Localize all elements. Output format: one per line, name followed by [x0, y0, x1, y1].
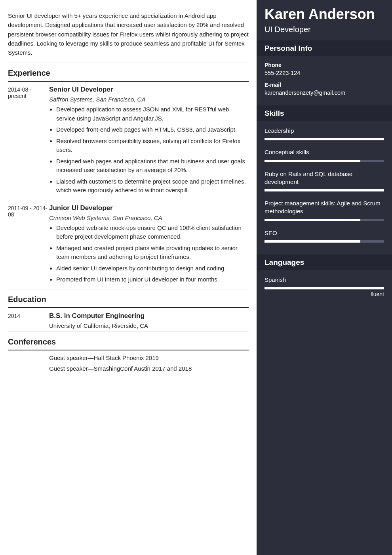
- bullet: Aided senior UI developers by contributi…: [56, 264, 249, 273]
- bullet: Developed web-site mock-ups ensure QC an…: [56, 224, 249, 241]
- language-name: Spanish: [265, 276, 384, 284]
- bullet: Developed front-end web pages with HTML5…: [56, 125, 249, 134]
- phone-value: 555-2223-124: [265, 70, 384, 76]
- personal-info-block: Phone 555-2223-124 E-mail karenandersonz…: [257, 56, 392, 105]
- skill-fill: [265, 189, 384, 191]
- education-entry: 2014 B.S. in Computer Engineering Univer…: [8, 308, 249, 332]
- sidebar-heading-personal-info: Personal Info: [257, 40, 392, 56]
- entry-company: Saffron Systems, San Francisco, CA: [49, 96, 249, 103]
- entry-role: Senior UI Developer: [49, 86, 249, 94]
- skill-bar: [265, 138, 384, 140]
- email-label: E-mail: [265, 82, 384, 88]
- experience-entry: 2011-09 - 2014-08 Junior UI Developer Cr…: [8, 200, 249, 289]
- languages-block: Spanish fluent: [257, 270, 392, 301]
- skill-bar: [265, 240, 384, 243]
- entry-school: University of California, Riverside, CA: [49, 322, 249, 329]
- skill-name: Leadership: [265, 127, 384, 135]
- email-value: karenandersonzety@gmail.com: [265, 90, 384, 96]
- entry-body: Senior UI Developer Saffron Systems, San…: [49, 86, 249, 197]
- entry-date: 2014: [8, 312, 49, 329]
- section-heading-education: Education: [8, 289, 249, 308]
- skill-bar: [265, 189, 384, 191]
- bullet: Developed application to assess JSON and…: [56, 105, 249, 123]
- language-fill: [265, 287, 384, 289]
- skill-fill: [265, 219, 360, 221]
- entry-role: Junior UI Developer: [49, 204, 249, 212]
- conference-item: Guest speaker—SmashingConf Austin 2017 a…: [8, 365, 249, 372]
- phone-label: Phone: [265, 62, 384, 68]
- skill-bar: [265, 219, 384, 221]
- bullet: Resolved browsers compatibility issues, …: [56, 137, 249, 155]
- person-name: Karen Anderson: [265, 6, 384, 23]
- section-heading-conferences: Conferences: [8, 332, 249, 350]
- entry-bullets: Developed application to assess JSON and…: [49, 105, 249, 195]
- conference-item: Guest speaker—Half Stack Phoenix 2019: [8, 354, 249, 361]
- skill-fill: [265, 138, 384, 140]
- experience-entry: 2014-08 - present Senior UI Developer Sa…: [8, 82, 249, 200]
- entry-bullets: Developed web-site mock-ups ensure QC an…: [49, 224, 249, 284]
- skill-fill: [265, 160, 360, 162]
- sidebar-heading-skills: Skills: [257, 105, 392, 121]
- skill-fill: [265, 240, 360, 243]
- skill-name: Ruby on Rails and SQL database developme…: [265, 170, 384, 186]
- name-block: Karen Anderson UI Developer: [257, 0, 392, 40]
- bullet: Managed and created project plans while …: [56, 244, 249, 262]
- bullet: Promoted from UI Intern to junior UI dev…: [56, 275, 249, 284]
- language-bar: [265, 287, 384, 289]
- skill-name: SEO: [265, 229, 384, 237]
- skill-bar: [265, 160, 384, 162]
- language-level: fluent: [265, 291, 384, 297]
- main-column: Senior UI developer with 5+ years experi…: [0, 0, 257, 555]
- entry-date: 2014-08 - present: [8, 86, 49, 197]
- entry-company: Crimson Web Systems, San Francisco, CA: [49, 214, 249, 221]
- skill-name: Conceptual skills: [265, 148, 384, 156]
- sidebar-heading-languages: Languages: [257, 255, 392, 270]
- skills-block: Leadership Conceptual skills Ruby on Rai…: [257, 121, 392, 255]
- resume-page: Senior UI developer with 5+ years experi…: [0, 0, 392, 555]
- summary-text: Senior UI developer with 5+ years experi…: [8, 8, 249, 63]
- bullet: Designed web pages and applications that…: [56, 157, 249, 175]
- entry-degree: B.S. in Computer Engineering: [49, 312, 249, 320]
- bullet: Liaised with customers to determine proj…: [56, 177, 249, 195]
- entry-body: Junior UI Developer Crimson Web Systems,…: [49, 204, 249, 287]
- section-heading-experience: Experience: [8, 63, 249, 82]
- entry-body: B.S. in Computer Engineering University …: [49, 312, 249, 329]
- person-title: UI Developer: [265, 25, 384, 34]
- skill-name: Project management skills: Agile and Scr…: [265, 199, 384, 216]
- sidebar-column: Karen Anderson UI Developer Personal Inf…: [257, 0, 392, 555]
- entry-date: 2011-09 - 2014-08: [8, 204, 49, 287]
